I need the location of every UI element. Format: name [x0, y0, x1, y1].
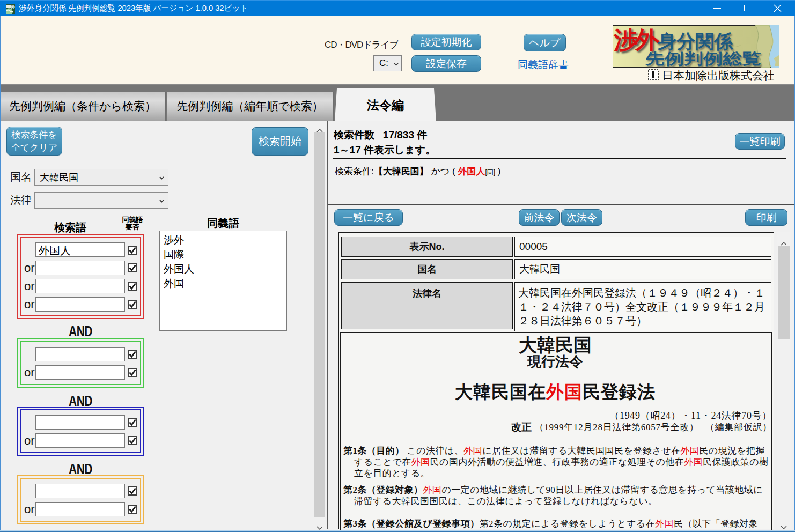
- svg-text:渉外: 渉外: [613, 26, 660, 54]
- svg-text:外: 外: [11, 5, 15, 9]
- svg-text:先例判例総覧: 先例判例総覧: [645, 50, 761, 67]
- svg-text:身分関係: 身分関係: [657, 31, 733, 51]
